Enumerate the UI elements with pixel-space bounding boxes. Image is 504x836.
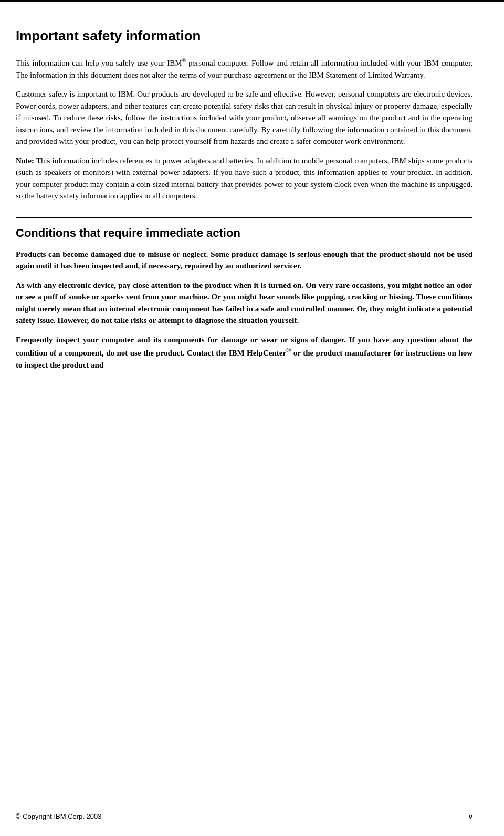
note-label: Note: <box>16 156 34 165</box>
section2-title: Conditions that require immediate action <box>16 226 472 240</box>
section2-paragraph-1: Products can become damaged due to misus… <box>16 248 472 272</box>
paragraph-1: This information can help you safely use… <box>16 57 472 81</box>
page-title: Important safety information <box>16 28 472 44</box>
paragraph-note: Note: This information includes referenc… <box>16 155 472 202</box>
section2-paragraph-2: As with any electronic device, pay close… <box>16 279 472 327</box>
section2-paragraph-3: Frequently inspect your computer and its… <box>16 334 472 371</box>
page-footer: © Copyright IBM Corp. 2003 v <box>16 808 472 820</box>
section-divider <box>16 217 472 218</box>
paragraph-2: Customer safety is important to IBM. Our… <box>16 88 472 148</box>
footer-page-number: v <box>469 812 472 820</box>
footer-copyright: © Copyright IBM Corp. 2003 <box>16 812 101 820</box>
page-container: Important safety information This inform… <box>0 0 504 836</box>
